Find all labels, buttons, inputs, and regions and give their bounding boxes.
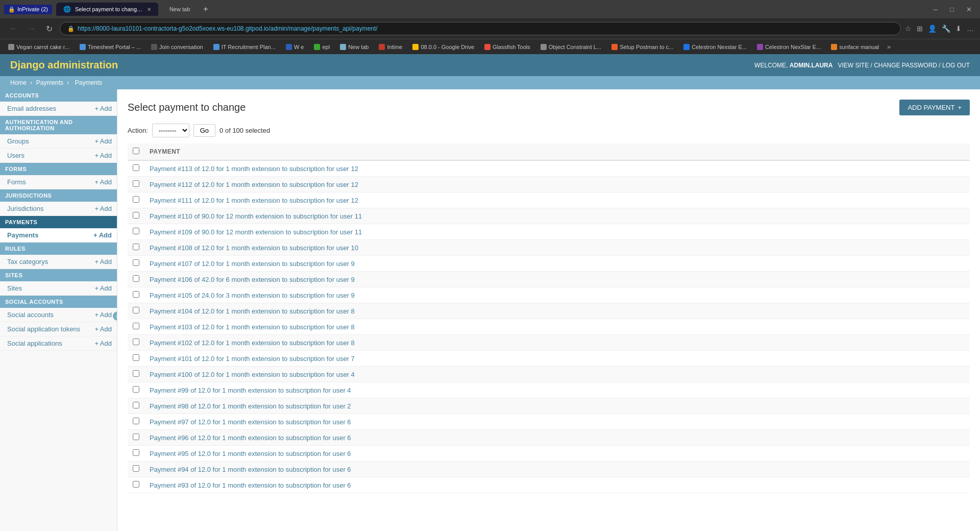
- payment-link-20[interactable]: Payment #93 of 12.0 for 1 month extensio…: [150, 481, 351, 489]
- close-tab-button[interactable]: ✕: [147, 7, 151, 12]
- payment-link-2[interactable]: Payment #111 of 12.0 for 1 month extensi…: [150, 197, 358, 204]
- row-checkbox-11[interactable]: [133, 339, 139, 345]
- row-checkbox-9[interactable]: [133, 307, 139, 313]
- payments-add-link[interactable]: + Add: [93, 231, 112, 239]
- go-button[interactable]: Go: [193, 124, 215, 137]
- back-button[interactable]: ←: [6, 22, 20, 35]
- settings-icon[interactable]: …: [967, 25, 974, 33]
- url-bar[interactable]: 🔒 https://8000-laura10101-contractorta-g…: [60, 22, 901, 35]
- view-site-link[interactable]: VIEW SITE: [838, 62, 869, 69]
- bookmark-epl[interactable]: epl: [310, 42, 334, 52]
- close-window-button[interactable]: ✕: [962, 4, 976, 15]
- payment-link-7[interactable]: Payment #106 of 42.0 for 6 month extensi…: [150, 276, 355, 283]
- sites-add-link[interactable]: + Add: [94, 284, 112, 292]
- payments-link[interactable]: Payments: [7, 231, 38, 239]
- bookmark-celestron2[interactable]: Celestron NexStar E...: [753, 42, 825, 52]
- social-accounts-link[interactable]: Social accounts: [7, 311, 54, 319]
- payment-link-13[interactable]: Payment #100 of 12.0 for 1 month extensi…: [150, 371, 355, 378]
- email-addresses-add-link[interactable]: + Add: [94, 105, 112, 112]
- row-checkbox-7[interactable]: [133, 275, 139, 282]
- bookmark-ocl[interactable]: Object Constraint L...: [536, 42, 605, 52]
- change-password-link[interactable]: CHANGE PASSWORD: [874, 62, 937, 69]
- payment-link-8[interactable]: Payment #105 of 24.0 for 3 month extensi…: [150, 292, 355, 299]
- groups-add-link[interactable]: + Add: [94, 137, 112, 145]
- payment-link-11[interactable]: Payment #102 of 12.0 for 1 month extensi…: [150, 339, 355, 347]
- row-checkbox-12[interactable]: [133, 354, 139, 361]
- extensions-icon[interactable]: 🔧: [942, 25, 950, 33]
- bookmark-vegan[interactable]: Vegan carrot cake r...: [4, 42, 74, 52]
- bookmark-w[interactable]: W e: [282, 42, 308, 52]
- bookmark-sunface[interactable]: sunface manual: [827, 42, 883, 52]
- sites-link[interactable]: Sites: [7, 284, 22, 292]
- reload-button[interactable]: ↻: [43, 22, 56, 36]
- bookmark-join[interactable]: Join conversation: [147, 42, 207, 52]
- row-checkbox-1[interactable]: [133, 180, 139, 187]
- row-checkbox-19[interactable]: [133, 465, 139, 472]
- bookmark-postman[interactable]: Setup Postman to c...: [607, 42, 677, 52]
- payment-link-14[interactable]: Payment #99 of 12.0 for 1 month extensio…: [150, 387, 351, 394]
- breadcrumb-section[interactable]: Payments: [36, 79, 63, 86]
- downloads-icon[interactable]: ⬇: [955, 25, 962, 33]
- logout-link[interactable]: LOG OUT: [942, 62, 970, 69]
- payment-link-16[interactable]: Payment #97 of 12.0 for 1 month extensio…: [150, 418, 351, 426]
- bookmark-googledrive[interactable]: 08.0.0 - Google Drive: [408, 42, 478, 52]
- row-checkbox-5[interactable]: [133, 244, 139, 250]
- payment-link-0[interactable]: Payment #113 of 12.0 for 1 month extensi…: [150, 165, 358, 173]
- bookmark-intime[interactable]: Intime: [375, 42, 406, 52]
- bookmarks-overflow-button[interactable]: »: [887, 43, 891, 51]
- row-checkbox-6[interactable]: [133, 259, 139, 266]
- bookmark-newtab[interactable]: New tab: [336, 42, 373, 52]
- bookmark-celestron1[interactable]: Celestron Nexstar E...: [679, 42, 751, 52]
- payment-link-1[interactable]: Payment #112 of 12.0 for 1 month extensi…: [150, 181, 358, 188]
- add-payment-button[interactable]: ADD PAYMENT +: [899, 100, 970, 115]
- payment-link-17[interactable]: Payment #96 of 12.0 for 1 month extensio…: [150, 434, 351, 442]
- payment-link-9[interactable]: Payment #104 of 12.0 for 1 month extensi…: [150, 307, 355, 315]
- row-checkbox-4[interactable]: [133, 228, 139, 234]
- active-tab[interactable]: 🌐 Select payment to change | Djan ✕: [56, 3, 158, 16]
- collections-icon[interactable]: ⊞: [917, 25, 923, 33]
- forms-link[interactable]: Forms: [7, 178, 26, 186]
- social-application-tokens-link[interactable]: Social application tokens: [7, 325, 80, 333]
- payment-link-19[interactable]: Payment #94 of 12.0 for 1 month extensio…: [150, 466, 351, 473]
- row-checkbox-18[interactable]: [133, 449, 139, 456]
- groups-link[interactable]: Groups: [7, 137, 29, 145]
- social-applications-add-link[interactable]: + Add: [94, 340, 112, 347]
- payment-link-5[interactable]: Payment #108 of 12.0 for 1 month extensi…: [150, 244, 358, 252]
- email-addresses-link[interactable]: Email addresses: [7, 105, 56, 112]
- row-checkbox-15[interactable]: [133, 402, 139, 408]
- payment-link-3[interactable]: Payment #110 of 90.0 for 12 month extens…: [150, 212, 362, 220]
- row-checkbox-0[interactable]: [133, 164, 139, 171]
- breadcrumb-home[interactable]: Home: [10, 79, 27, 86]
- tax-categorys-link[interactable]: Tax categorys: [7, 258, 48, 266]
- users-link[interactable]: Users: [7, 152, 24, 159]
- payment-link-4[interactable]: Payment #109 of 90.0 for 12 month extens…: [150, 228, 362, 236]
- row-checkbox-2[interactable]: [133, 196, 139, 203]
- social-accounts-add-link[interactable]: + Add: [94, 311, 112, 319]
- forms-add-link[interactable]: + Add: [94, 178, 112, 186]
- payment-link-12[interactable]: Payment #101 of 12.0 for 1 month extensi…: [150, 355, 355, 363]
- row-checkbox-14[interactable]: [133, 386, 139, 393]
- profile-icon[interactable]: 👤: [928, 25, 937, 33]
- row-checkbox-13[interactable]: [133, 370, 139, 377]
- payment-link-15[interactable]: Payment #98 of 12.0 for 1 month extensio…: [150, 402, 351, 410]
- jurisdictions-link[interactable]: Jurisdictions: [7, 205, 44, 212]
- row-checkbox-20[interactable]: [133, 481, 139, 488]
- users-add-link[interactable]: + Add: [94, 152, 112, 159]
- social-application-tokens-add-link[interactable]: + Add: [94, 325, 112, 333]
- minimize-button[interactable]: ─: [929, 4, 942, 15]
- row-checkbox-16[interactable]: [133, 418, 139, 424]
- payment-link-18[interactable]: Payment #95 of 12.0 for 1 month extensio…: [150, 450, 351, 457]
- new-tab[interactable]: New tab: [162, 3, 197, 15]
- bookmark-it[interactable]: IT Recruitment Plan...: [209, 42, 280, 52]
- tax-categorys-add-link[interactable]: + Add: [94, 258, 112, 266]
- star-icon[interactable]: ☆: [905, 25, 912, 33]
- action-select[interactable]: --------: [152, 124, 189, 137]
- jurisdictions-add-link[interactable]: + Add: [94, 205, 112, 212]
- row-checkbox-17[interactable]: [133, 433, 139, 440]
- maximize-button[interactable]: □: [946, 4, 958, 15]
- row-checkbox-3[interactable]: [133, 212, 139, 219]
- bookmark-glassfish[interactable]: Glassfish Tools: [480, 42, 534, 52]
- row-checkbox-8[interactable]: [133, 291, 139, 298]
- row-checkbox-10[interactable]: [133, 323, 139, 329]
- add-tab-button[interactable]: +: [203, 5, 208, 14]
